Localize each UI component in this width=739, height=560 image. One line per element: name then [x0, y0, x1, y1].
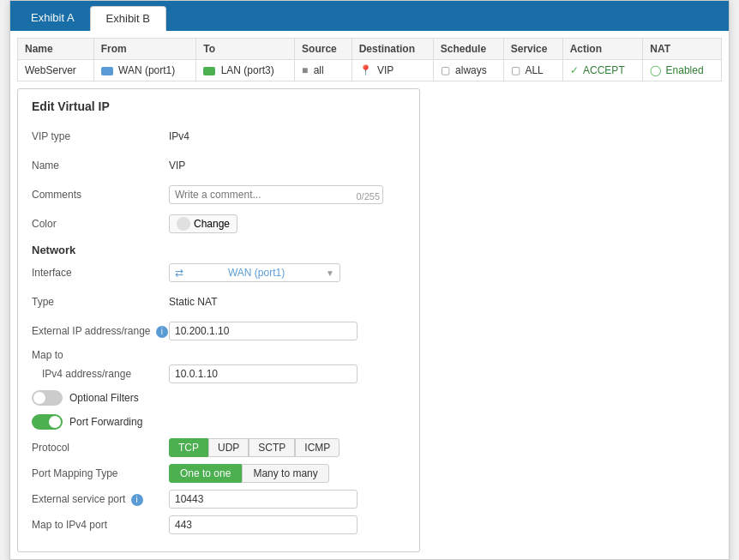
optional-filters-toggle[interactable] — [32, 390, 63, 406]
all-icon: ■ — [302, 64, 308, 76]
type-value: Static NAT — [169, 296, 217, 308]
interface-label: Interface — [32, 267, 169, 279]
cell-schedule: ▢ always — [433, 60, 503, 81]
interface-icon: ⇄ — [175, 267, 183, 279]
col-header-from: From — [93, 39, 196, 60]
col-header-to: To — [196, 39, 295, 60]
tab-bar: Exhibit A Exhibit B — [10, 1, 729, 31]
service-icon: ▢ — [511, 64, 520, 76]
map-to-ipv4-port-label: Map to IPv4 port — [32, 519, 169, 531]
lan-icon — [203, 67, 215, 75]
port-forwarding-row: Port Forwarding — [32, 414, 406, 430]
mapping-type-label: Port Mapping Type — [32, 467, 169, 479]
cell-name: WebServer — [18, 60, 94, 81]
ext-ip-label: External IP address/range i — [32, 325, 169, 338]
cell-destination: 📍 VIP — [351, 60, 433, 81]
mapping-many-to-many-button[interactable]: Many to many — [242, 464, 328, 483]
comments-input[interactable] — [169, 185, 383, 204]
cell-nat: ◯ Enabled — [643, 60, 722, 81]
proto-sctp-button[interactable]: SCTP — [249, 438, 295, 457]
ext-ip-input[interactable] — [169, 322, 357, 340]
interface-select[interactable]: ⇄ WAN (port1) ▼ — [169, 263, 340, 282]
col-header-nat: NAT — [643, 39, 722, 60]
ext-ip-row: External IP address/range i — [32, 320, 406, 342]
check-icon: ✓ — [570, 64, 579, 76]
interface-value: WAN (port1) — [228, 267, 285, 279]
optional-filters-row: Optional Filters — [32, 390, 406, 406]
color-swatch-icon — [177, 217, 190, 231]
ext-service-port-input[interactable] — [169, 490, 357, 509]
comments-label: Comments — [32, 189, 169, 201]
ext-service-port-row: External service port i — [32, 490, 406, 509]
protocol-row: Protocol TCP UDP SCTP ICMP — [32, 438, 406, 457]
port-forwarding-toggle[interactable] — [32, 414, 63, 430]
cell-from: WAN (port1) — [93, 60, 196, 81]
protocol-buttons: TCP UDP SCTP ICMP — [169, 438, 339, 457]
color-label: Color — [32, 218, 169, 230]
interface-row: Interface ⇄ WAN (port1) ▼ — [32, 262, 406, 284]
wan-icon — [101, 67, 113, 75]
firewall-table-container: Name From To Source Destination Schedule… — [10, 31, 729, 88]
col-header-service: Service — [503, 39, 562, 60]
type-row: Type Static NAT — [32, 291, 406, 313]
table-row[interactable]: WebServer WAN (port1) LAN (port3) ■ all — [18, 60, 722, 81]
port-forwarding-label: Port Forwarding — [69, 416, 142, 428]
comment-counter: 0/255 — [356, 191, 380, 202]
ext-service-port-label: External service port i — [32, 493, 169, 506]
color-row: Color Change — [32, 213, 406, 235]
mapping-type-buttons: One to one Many to many — [169, 464, 329, 483]
proto-udp-button[interactable]: UDP — [208, 438, 249, 457]
dropdown-arrow-icon: ▼ — [326, 268, 334, 278]
vip-type-label: VIP type — [32, 130, 169, 142]
name-label: Name — [32, 160, 169, 172]
ext-ip-info-icon[interactable]: i — [156, 326, 168, 338]
name-value: VIP — [169, 160, 185, 172]
edit-vip-panel: Edit Virtual IP VIP type IPv4 Name VIP C… — [17, 88, 420, 552]
mapping-one-to-one-button[interactable]: One to one — [169, 464, 242, 483]
cell-source: ■ all — [295, 60, 352, 81]
proto-icmp-button[interactable]: ICMP — [295, 438, 339, 457]
enabled-icon: ◯ — [650, 64, 661, 76]
ext-service-port-info-icon[interactable]: i — [131, 494, 143, 506]
col-header-name: Name — [18, 39, 94, 60]
col-header-action: Action — [562, 39, 643, 60]
clock-icon: ▢ — [441, 64, 450, 76]
tab-exhibit-a[interactable]: Exhibit A — [15, 6, 90, 31]
vip-type-row: VIP type IPv4 — [32, 125, 406, 148]
comments-wrapper: 0/255 — [169, 185, 383, 204]
vip-icon: 📍 — [359, 64, 372, 76]
mapping-type-row: Port Mapping Type One to one Many to man… — [32, 464, 406, 483]
ipv4-label: IPv4 address/range — [32, 368, 169, 380]
vip-type-value: IPv4 — [169, 130, 189, 142]
network-section-header: Network — [32, 244, 406, 256]
cell-to: LAN (port3) — [196, 60, 295, 81]
proto-tcp-button[interactable]: TCP — [169, 438, 208, 457]
color-change-button[interactable]: Change — [169, 214, 237, 233]
firewall-table: Name From To Source Destination Schedule… — [17, 38, 722, 81]
map-to-ipv4-port-input[interactable] — [169, 515, 357, 534]
type-label: Type — [32, 296, 169, 308]
name-row: Name VIP — [32, 154, 406, 177]
edit-panel-title: Edit Virtual IP — [32, 99, 406, 113]
map-to-ipv4-port-row: Map to IPv4 port — [32, 515, 406, 534]
ipv4-row: IPv4 address/range — [32, 364, 406, 383]
comments-row: Comments 0/255 — [32, 184, 406, 206]
col-header-schedule: Schedule — [433, 39, 503, 60]
ipv4-input[interactable] — [169, 364, 357, 383]
cell-action: ✓ ACCEPT — [562, 60, 643, 81]
map-to-label: Map to — [32, 349, 406, 361]
tab-exhibit-b[interactable]: Exhibit B — [90, 6, 166, 31]
col-header-source: Source — [295, 39, 352, 60]
optional-filters-label: Optional Filters — [69, 392, 139, 404]
protocol-label: Protocol — [32, 442, 169, 454]
col-header-destination: Destination — [351, 39, 433, 60]
cell-service: ▢ ALL — [503, 60, 562, 81]
